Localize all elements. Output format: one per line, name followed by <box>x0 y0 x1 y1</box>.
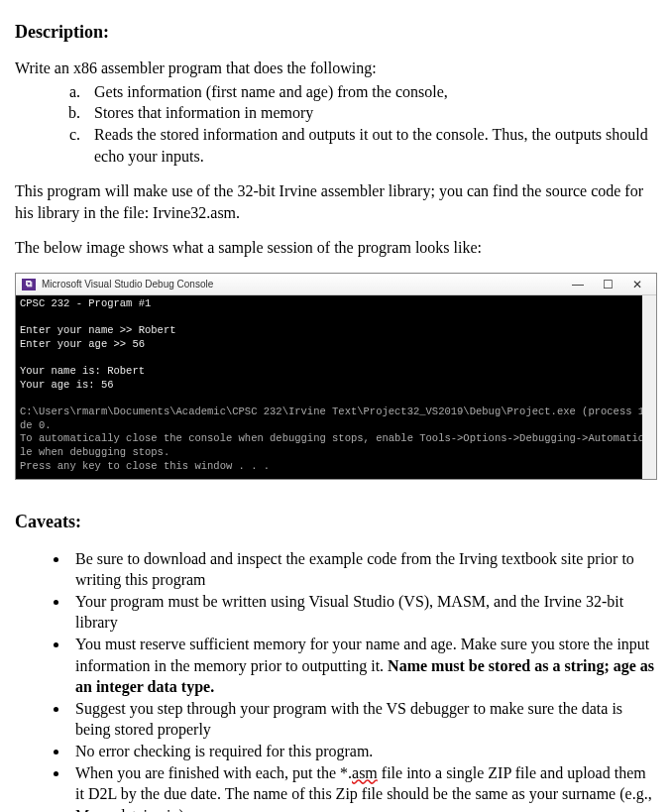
console-scrollbar[interactable] <box>642 295 656 479</box>
caveat-item: No error checking is required for this p… <box>69 741 657 762</box>
caveat-item: Suggest you step through your program wi… <box>69 698 657 741</box>
maximize-button[interactable]: ☐ <box>593 276 622 293</box>
sample-intro-paragraph: The below image shows what a sample sess… <box>15 237 657 259</box>
close-button[interactable]: ✕ <box>622 276 652 293</box>
req-item-b: Stores that information in memory <box>84 102 657 124</box>
console-titlebar: ⧉ Microsoft Visual Studio Debug Console … <box>16 274 656 295</box>
caveat-item: Your program must be written using Visua… <box>69 591 657 634</box>
intro-text: Write an x86 assembler program that does… <box>15 58 657 79</box>
library-paragraph: This program will make use of the 32-bit… <box>15 180 657 223</box>
req-item-a: Gets information (first name and age) fr… <box>84 81 657 103</box>
caveat-item: Be sure to download and inspect the exam… <box>69 548 657 591</box>
console-output: CPSC 232 - Program #1 Enter your name >>… <box>16 295 656 479</box>
console-window: ⧉ Microsoft Visual Studio Debug Console … <box>15 273 657 480</box>
minimize-button[interactable]: — <box>563 276 593 293</box>
console-title-text: Microsoft Visual Studio Debug Console <box>42 278 213 291</box>
window-controls: — ☐ ✕ <box>563 276 652 293</box>
caveats-list: Be sure to download and inspect the exam… <box>69 548 657 812</box>
caveat-item: When you are finished with each, put the… <box>69 762 657 812</box>
description-heading: Description: <box>15 20 657 44</box>
console-app-icon: ⧉ <box>22 279 36 290</box>
requirements-list: Gets information (first name and age) fr… <box>84 81 657 167</box>
req-item-c: Reads the stored information and outputs… <box>84 124 657 167</box>
caveats-heading: Caveats: <box>15 510 657 533</box>
caveat-item: You must reserve sufficient memory for y… <box>69 634 657 698</box>
